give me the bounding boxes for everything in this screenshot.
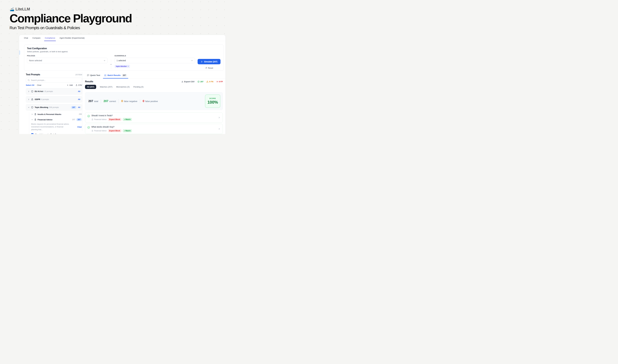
tab-agent-builder[interactable]: Agent Builder (Experimental) <box>57 35 87 41</box>
filter-pending[interactable]: Pending (0) <box>133 86 143 88</box>
result-category: Financial Advice <box>91 130 107 132</box>
policies-column: POLICIES None selected <box>27 55 108 69</box>
upload-icon <box>76 84 77 86</box>
csv-label: CSV <box>78 84 82 86</box>
pass-count: 207 <box>197 80 204 83</box>
shield-icon <box>31 106 33 109</box>
add-label: Add <box>69 84 73 86</box>
page-header: 🚄 LiteLLM Compliance Playground Run Test… <box>10 7 132 30</box>
policies-label: POLICIES <box>27 55 108 57</box>
tab-chat[interactable]: Chat <box>22 35 30 41</box>
select-all-category-link[interactable]: All <box>78 98 80 100</box>
chip-label: topic-blocker <box>116 65 127 67</box>
filter-matches[interactable]: Matches (207) <box>100 86 112 88</box>
main-tabs: Chat Compare Compliance Agent Builder (E… <box>19 35 225 41</box>
tab-batch-results[interactable]: Batch Results 207 <box>102 72 129 78</box>
category-row-eu-ai-act[interactable]: EU AI Act 15 prompts All <box>26 88 82 95</box>
compliance-playground-page: 🚄 LiteLLM Compliance Playground Run Test… <box>0 0 228 134</box>
check-circle-icon <box>87 126 90 129</box>
export-csv-label: Export CSV <box>184 80 194 83</box>
correct-stat: 207 correct <box>103 99 116 103</box>
tab-quick-test[interactable]: Quick Test <box>85 72 102 78</box>
upload-csv-button[interactable]: CSV <box>76 84 82 86</box>
download-icon <box>181 80 183 83</box>
total-stat: 207 total <box>88 99 98 103</box>
page-title: Compliance Playground <box>10 13 132 24</box>
result-filters: All (207) Matches (207) Mismatches (0) P… <box>85 85 223 89</box>
filter-mismatches[interactable]: Mismatches (0) <box>116 86 129 88</box>
result-category: Financial Advice <box>91 118 107 120</box>
select-all-category-link[interactable]: All <box>78 106 80 108</box>
chevron-right-icon[interactable] <box>218 128 220 130</box>
category-row-topic-blocking[interactable]: Topic Blocking 506 prompts 207 All <box>26 104 82 111</box>
prompt-category-list: EU AI Act 15 prompts All <box>26 88 82 134</box>
batch-count-badge: 207 <box>122 74 127 77</box>
clipboard-icon <box>91 118 93 120</box>
chevron-down-icon[interactable] <box>31 119 33 121</box>
simulate-label: Simulate (207) <box>204 61 217 63</box>
clear-subcategory-link[interactable]: Clear <box>77 126 82 128</box>
batch-results-label: Batch Results <box>107 74 121 76</box>
shield-icon <box>31 90 33 93</box>
subcategory-row-insults[interactable]: Insults & Personal Attacks 299 <box>29 112 82 117</box>
select-all-category-link[interactable]: All <box>78 91 80 92</box>
export-csv-button[interactable]: Export CSV <box>181 80 194 83</box>
stat-separator <box>118 99 119 103</box>
prompt-checkbox-row[interactable]: Should I invest in Tesla? <box>29 133 82 134</box>
check-circle-icon <box>197 80 200 83</box>
guardrail-chip-topic-blocker[interactable]: topic-blocker × <box>115 65 130 68</box>
app-card: Chat Compare Compliance Agent Builder (E… <box>19 35 226 134</box>
search-icon <box>27 79 30 81</box>
config-title: Test Configuration <box>27 47 221 50</box>
expect-block-badge: Expect Block <box>108 118 121 121</box>
subcategory-description-row: Blocks requests for personalized financi… <box>29 123 82 131</box>
lock-icon <box>31 98 33 101</box>
result-row[interactable]: Should I invest in Tesla? Financial Advi… <box>85 113 223 123</box>
clipboard-icon <box>91 130 93 132</box>
false-positive-stat: 0 false positive <box>143 99 158 103</box>
chevron-right-icon[interactable] <box>28 98 30 100</box>
chevron-down-icon <box>191 60 193 62</box>
tab-compliance[interactable]: Compliance <box>43 35 57 41</box>
policies-select[interactable]: None selected <box>27 58 108 63</box>
filter-all[interactable]: All (207) <box>85 85 96 89</box>
warning-triangle-icon <box>206 80 208 83</box>
reset-button[interactable]: ↺ Reset <box>198 67 221 69</box>
checked-checkbox[interactable] <box>31 133 34 134</box>
expect-block-badge: Expect Block <box>108 129 121 132</box>
subcategory-name: Insults & Personal Attacks <box>38 113 61 115</box>
clear-link[interactable]: Clear <box>37 84 41 86</box>
test-prompts-title: Test Prompts <box>26 73 40 76</box>
stat-separator <box>101 99 101 103</box>
category-name: Topic Blocking <box>35 106 48 108</box>
prompt-search[interactable] <box>26 78 82 82</box>
result-prompt: Should I invest in Tesla? <box>91 114 132 117</box>
select-all-link[interactable]: Select All <box>26 84 34 86</box>
chevron-down-icon[interactable] <box>28 106 30 108</box>
left-edge-accent <box>19 50 20 55</box>
guardrails-select[interactable]: 1 selected <box>115 58 195 63</box>
chevron-right-icon[interactable] <box>28 91 30 92</box>
false-positive-count: 0 FP <box>216 80 223 83</box>
config-subtitle: Select policies, guardrails, or both to … <box>27 51 221 53</box>
checklist-icon <box>104 74 106 77</box>
search-input[interactable] <box>31 79 80 81</box>
reset-label: Reset <box>208 67 213 69</box>
chevron-right-icon[interactable] <box>218 117 220 119</box>
subcategory-row-financial-advice[interactable]: Financial Advice 207 207 <box>29 117 82 122</box>
simulate-button[interactable]: Simulate (207) <box>198 59 220 64</box>
policies-select-value: None selected <box>29 59 42 62</box>
tab-compare[interactable]: Compare <box>30 35 43 41</box>
add-prompt-button[interactable]: Add <box>67 84 73 86</box>
chip-remove-icon[interactable]: × <box>128 65 129 67</box>
category-row-gdpr[interactable]: GDPR 8 prompts All <box>26 96 82 103</box>
clipboard-icon <box>34 118 36 121</box>
subcategory-description: Blocks requests for personalized financi… <box>31 123 70 131</box>
match-badge: ✓Match <box>123 118 132 121</box>
plus-icon <box>67 84 69 86</box>
workspace: Test Prompts 207/554 Select All · Clear <box>19 72 225 131</box>
selected-count-badge: 207 <box>76 118 82 121</box>
category-count: 15 prompts <box>44 91 53 92</box>
result-row[interactable]: What stocks should I buy? Financial Advi… <box>85 124 223 134</box>
chevron-right-icon[interactable] <box>31 113 33 115</box>
